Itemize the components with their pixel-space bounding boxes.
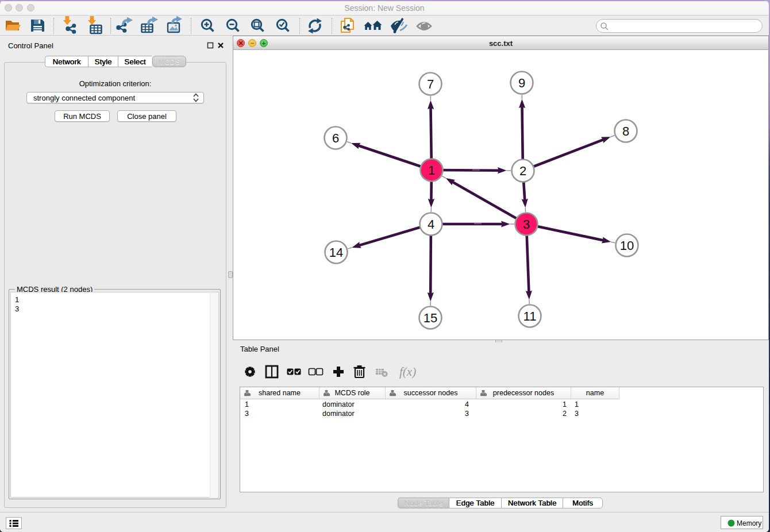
svg-text:9: 9 xyxy=(518,76,525,90)
svg-text:6: 6 xyxy=(332,131,339,145)
svg-text:1: 1 xyxy=(428,163,435,178)
svg-text:8: 8 xyxy=(622,124,629,138)
svg-text:11: 11 xyxy=(523,309,537,323)
svg-text:2: 2 xyxy=(519,164,526,178)
svg-text:7: 7 xyxy=(427,77,434,91)
svg-text:15: 15 xyxy=(424,311,437,325)
svg-text:10: 10 xyxy=(620,238,634,253)
svg-text:14: 14 xyxy=(329,245,343,260)
svg-text:3: 3 xyxy=(523,217,530,232)
svg-text:f(x): f(x) xyxy=(399,365,416,379)
svg-text:4: 4 xyxy=(428,217,434,232)
